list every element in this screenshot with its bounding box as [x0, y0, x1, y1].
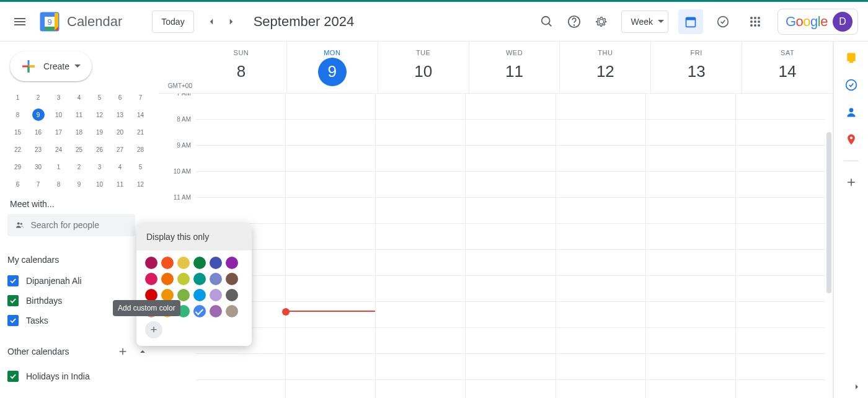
day-number[interactable]: 10: [409, 58, 438, 86]
color-swatch[interactable]: [193, 273, 206, 285]
hour-cell[interactable]: [286, 328, 375, 354]
color-swatch[interactable]: [226, 289, 238, 301]
mini-calendar-day[interactable]: 3: [48, 89, 69, 106]
mini-calendar-day[interactable]: 18: [69, 123, 89, 141]
color-swatch[interactable]: [193, 289, 206, 301]
day-column[interactable]: [735, 94, 825, 398]
hour-cell[interactable]: [286, 120, 375, 146]
hour-cell[interactable]: [556, 94, 645, 120]
hour-cell[interactable]: [196, 172, 285, 198]
hour-cell[interactable]: [556, 198, 645, 224]
hour-cell[interactable]: [376, 276, 465, 302]
user-avatar[interactable]: D: [833, 12, 852, 32]
mini-calendar-day[interactable]: 2: [69, 158, 89, 175]
tasks-panel-icon[interactable]: [845, 79, 857, 91]
hour-cell[interactable]: [286, 302, 375, 328]
view-selector[interactable]: Week: [621, 11, 668, 33]
hour-cell[interactable]: [646, 224, 735, 250]
hour-cell[interactable]: [466, 354, 555, 380]
hour-cell[interactable]: [556, 380, 645, 398]
hour-cell[interactable]: [646, 328, 735, 354]
hour-cell[interactable]: [376, 146, 465, 172]
mini-calendar-day[interactable]: 8: [7, 106, 28, 123]
color-swatch[interactable]: [177, 257, 190, 269]
color-swatch[interactable]: [177, 289, 190, 301]
color-swatch[interactable]: [161, 273, 174, 285]
mini-calendar-day[interactable]: 5: [130, 158, 151, 175]
hour-cell[interactable]: [556, 250, 645, 276]
google-apps-button[interactable]: [743, 9, 768, 34]
mini-calendar-day[interactable]: 16: [28, 123, 48, 141]
today-button[interactable]: Today: [152, 11, 193, 33]
hour-cell[interactable]: [466, 224, 555, 250]
hour-cell[interactable]: [196, 146, 285, 172]
mini-calendar-day[interactable]: 28: [130, 141, 151, 158]
hour-cell[interactable]: [286, 94, 375, 120]
calendar-checkbox[interactable]: [7, 371, 19, 382]
tasks-view-button[interactable]: [711, 9, 735, 34]
mini-calendar-day[interactable]: 9: [69, 175, 89, 193]
color-swatch[interactable]: [161, 257, 174, 269]
mini-calendar-day[interactable]: 11: [69, 106, 89, 123]
hour-cell[interactable]: [466, 276, 555, 302]
display-this-only-option[interactable]: Display this only: [136, 223, 252, 250]
day-header[interactable]: SAT14: [742, 42, 833, 93]
hour-cell[interactable]: [286, 146, 375, 172]
hour-cell[interactable]: [286, 354, 375, 380]
mini-calendar-day[interactable]: 6: [7, 175, 28, 193]
vertical-scrollbar[interactable]: [825, 94, 833, 398]
hour-cell[interactable]: [646, 380, 735, 398]
hour-cell[interactable]: [376, 302, 465, 328]
day-header[interactable]: SUN8: [196, 42, 286, 93]
day-header[interactable]: TUE10: [378, 42, 469, 93]
mini-calendar-day[interactable]: 25: [69, 141, 89, 158]
color-swatch[interactable]: [210, 257, 222, 269]
calendar-list-item[interactable]: Holidays in India: [7, 366, 159, 386]
hour-cell[interactable]: [376, 94, 465, 120]
hour-cell[interactable]: [646, 250, 735, 276]
keep-icon[interactable]: [845, 51, 857, 64]
mini-calendar-day[interactable]: 26: [89, 141, 110, 158]
mini-calendar-day[interactable]: 29: [7, 158, 28, 175]
hour-cell[interactable]: [736, 250, 825, 276]
mini-calendar-day[interactable]: 11: [110, 175, 130, 193]
hour-cell[interactable]: [376, 120, 465, 146]
day-header[interactable]: THU12: [559, 42, 650, 93]
hour-cell[interactable]: [196, 380, 285, 398]
show-side-panel-button[interactable]: [849, 379, 864, 394]
main-menu-button[interactable]: [5, 7, 35, 37]
hour-cell[interactable]: [466, 146, 555, 172]
hour-cell[interactable]: [376, 224, 465, 250]
color-swatch[interactable]: [161, 289, 174, 301]
get-addons-button[interactable]: [845, 176, 857, 188]
mini-calendar-day[interactable]: 12: [130, 175, 151, 193]
mini-calendar-day[interactable]: 3: [89, 158, 110, 175]
prev-period-button[interactable]: [202, 12, 221, 32]
day-column[interactable]: [645, 94, 735, 398]
calendar-checkbox[interactable]: [7, 315, 19, 326]
hour-cell[interactable]: [466, 380, 555, 398]
hour-cell[interactable]: [556, 120, 645, 146]
time-grid-columns[interactable]: [196, 94, 825, 398]
hour-cell[interactable]: [556, 354, 645, 380]
hour-cell[interactable]: [286, 198, 375, 224]
mini-calendar-day[interactable]: 8: [48, 175, 69, 193]
hour-cell[interactable]: [736, 120, 825, 146]
hour-cell[interactable]: [376, 328, 465, 354]
mini-calendar-day[interactable]: 5: [89, 89, 110, 106]
mini-calendar-day[interactable]: 14: [130, 106, 151, 123]
hour-cell[interactable]: [646, 146, 735, 172]
color-swatch[interactable]: [226, 257, 238, 269]
maps-panel-icon[interactable]: [845, 133, 857, 146]
hour-cell[interactable]: [556, 146, 645, 172]
day-column[interactable]: [556, 94, 645, 398]
hour-cell[interactable]: [646, 94, 735, 120]
account-box[interactable]: Google D: [777, 9, 858, 35]
hour-cell[interactable]: [736, 276, 825, 302]
color-swatch[interactable]: [226, 305, 238, 317]
hour-cell[interactable]: [646, 302, 735, 328]
calendar-view-button[interactable]: [678, 9, 703, 34]
day-header[interactable]: MON9: [286, 42, 378, 93]
hour-cell[interactable]: [466, 302, 555, 328]
hour-cell[interactable]: [646, 276, 735, 302]
